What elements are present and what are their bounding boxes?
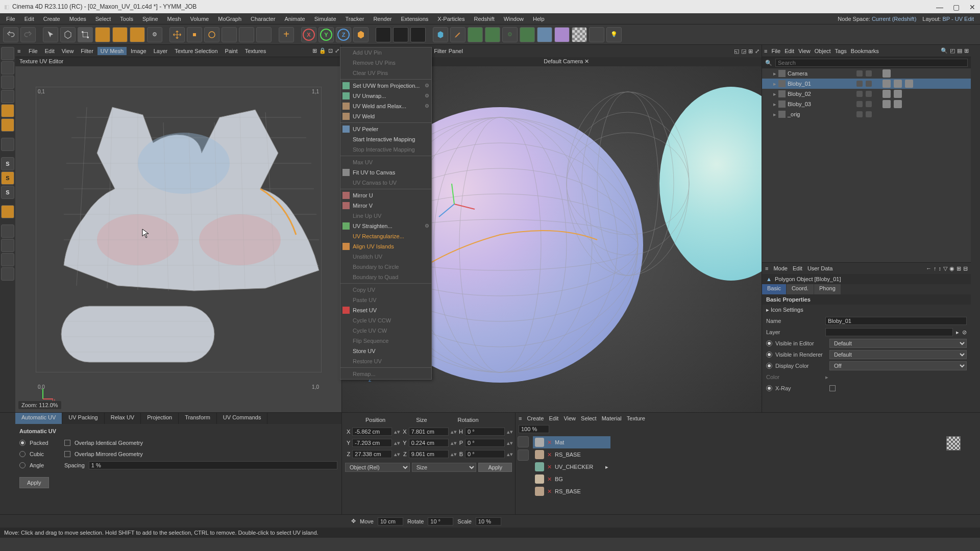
prim-cube[interactable] [433,27,448,42]
pos-x-input[interactable] [352,428,392,436]
attr-nav-back[interactable]: ← [926,265,932,272]
attr-menu-userdata[interactable]: User Data [807,265,833,271]
mat-view-a[interactable] [518,436,529,447]
rot-h-input[interactable] [465,428,505,436]
uvtab-relax-uv[interactable]: Relax UV [105,413,141,424]
uvtab-automatic-uv[interactable]: Automatic UV [15,413,62,424]
ltool-7[interactable] [1,138,14,151]
mat-zoom-input[interactable] [519,425,549,433]
prim-gear[interactable]: ⚙ [502,27,518,42]
render-c[interactable] [410,27,426,42]
prim-misc[interactable] [589,27,604,42]
scale-value-input[interactable] [476,517,501,525]
rot-p-input[interactable] [465,439,505,447]
rotate-value-input[interactable] [428,517,453,525]
vp-icon-d[interactable]: ⤢ [755,48,760,55]
tool-c[interactable] [130,27,145,42]
om-icon-c[interactable]: ⊞ [964,47,969,54]
menu-file[interactable]: File [2,14,19,23]
checker-icon[interactable] [572,27,587,42]
om-menu-tags[interactable]: Tags [835,48,847,54]
prim-purple[interactable] [554,27,570,42]
vp-icon-c[interactable]: ⊞ [748,48,753,55]
menu-render[interactable]: Render [369,14,396,23]
prim-green3[interactable] [520,27,535,42]
ltool-s2[interactable]: S [1,171,14,185]
overlap-mirr-check[interactable] [64,451,70,457]
light-icon[interactable]: 💡 [606,27,622,42]
menu-extensions[interactable]: Extensions [397,14,432,23]
settings-icon[interactable]: ⚙ [147,27,162,42]
ctx-mirror-u[interactable]: Mirror U [340,190,431,201]
tool-f[interactable] [256,27,272,42]
uvtab-transform[interactable]: Transform [179,413,217,424]
coord-sys[interactable] [353,27,369,42]
ltool-1[interactable] [1,47,14,60]
menu-animate[interactable]: Animate [280,14,309,23]
attr-tab-basic[interactable]: Basic [762,284,787,294]
attr-vie-radio[interactable] [766,340,772,346]
om-icon-search[interactable]: 🔍 [941,47,948,54]
ltool-9[interactable] [1,224,14,238]
overlap-ident-check[interactable] [64,440,70,446]
ctx-reset-uv[interactable]: Reset UV [340,305,431,315]
attr-menu-mode[interactable]: Mode [773,265,788,271]
ltool-2[interactable] [1,61,14,74]
uvmenu-filter[interactable]: Filter [78,47,96,55]
om-menu-edit[interactable]: Edit [785,48,794,54]
mat-view-b[interactable] [518,449,529,461]
ltool-8[interactable] [1,205,14,218]
uvtab-projection[interactable]: Projection [141,413,179,424]
om-menu-object[interactable]: Object [815,48,831,54]
tool-a[interactable] [95,27,110,42]
spacing-input[interactable] [89,461,337,469]
mat-menu-view[interactable]: View [564,415,576,421]
scale-tool[interactable] [187,27,202,42]
obj-row-bloby_02[interactable]: ▸Bloby_02 [762,89,971,99]
menu-modes[interactable]: Modes [65,14,90,23]
om-menu-view[interactable]: View [798,48,811,54]
attr-nav-a[interactable]: ↕ [939,265,942,272]
ctx-start-interactive-mapping[interactable]: Start Interactive Mapping [340,134,431,144]
move-value-input[interactable] [378,517,403,525]
layer-pick-icon[interactable]: ▸ [956,329,959,336]
uvmenu-image[interactable]: Image [128,47,150,55]
render-b[interactable] [393,27,408,42]
ctx-store-uv[interactable]: Store UV [340,346,431,356]
minimize-button[interactable]: — [936,3,943,10]
ctx-mirror-v[interactable]: Mirror V [340,201,431,211]
material-bg[interactable]: ✕BG [533,473,610,485]
attr-layer-input[interactable] [825,328,953,336]
pos-y-input[interactable] [352,439,392,447]
ctx-uv-weld-and-relax-[interactable]: UV Weld and Relax...⚙ [340,101,431,111]
uvmenu-textures[interactable]: Textures [242,47,270,55]
menu-mesh[interactable]: Mesh [163,14,185,23]
angle-radio[interactable] [19,462,26,468]
om-menu-file[interactable]: File [771,48,780,54]
attr-vie-select[interactable]: Default [829,339,967,348]
material-rs_base[interactable]: ✕RS_BASE [533,448,610,461]
ltool-s3[interactable]: S [1,186,14,199]
axis-y-toggle[interactable]: Y [318,27,334,42]
om-search-input[interactable] [775,59,968,67]
tool-d[interactable] [222,27,237,42]
uv-canvas[interactable]: 0,1 1,1 0,0 1,0 [15,66,341,412]
menu-edit[interactable]: Edit [20,14,38,23]
attr-tab-coord[interactable]: Coord. [787,284,814,294]
attr-nav-e[interactable]: ⊟ [963,265,968,272]
mat-preview-swatch[interactable] [946,436,961,450]
close-button[interactable]: ✕ [969,3,976,10]
prim-snap[interactable] [537,27,552,42]
menu-simulate[interactable]: Simulate [310,14,340,23]
menu-help[interactable]: Help [529,14,549,23]
attr-nav-c[interactable]: ◉ [949,265,954,272]
uvmenu-view[interactable]: View [59,47,77,55]
obj-row-_orig[interactable]: ▸_orig [762,109,971,119]
ltool-4[interactable] [1,90,14,103]
uvmenu-texture-selection[interactable]: Texture Selection [172,47,220,55]
attr-nav-up[interactable]: ↑ [934,265,937,272]
ctx-uv-peeler[interactable]: UV Peeler [340,124,431,134]
attr-vir-radio[interactable] [766,352,772,358]
uvtab-uv-commands[interactable]: UV Commands [217,413,268,424]
uvtab-apply-button[interactable]: Apply [19,477,49,488]
